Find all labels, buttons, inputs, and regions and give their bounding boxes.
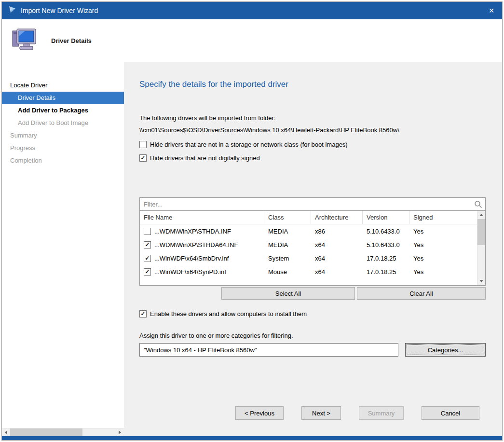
clear-all-button[interactable]: Clear All	[357, 287, 486, 300]
summary-button: Summary	[359, 406, 404, 420]
scroll-up-icon[interactable]	[477, 211, 485, 219]
architecture-cell: x64	[311, 241, 363, 249]
checkbox-box[interactable]	[139, 154, 147, 162]
scroll-right-icon[interactable]	[116, 428, 124, 436]
cancel-button[interactable]: Cancel	[422, 406, 479, 420]
signed-cell: Yes	[409, 241, 477, 249]
architecture-cell: x64	[311, 268, 363, 276]
scrollbar-track[interactable]	[477, 219, 485, 277]
class-cell: MEDIA	[264, 228, 311, 235]
sidebar-item-summary: Summary	[2, 129, 124, 142]
class-cell: Mouse	[264, 268, 311, 276]
signed-cell: Yes	[409, 255, 477, 262]
enable-drivers-checkbox[interactable]: Enable these drivers and allow computers…	[139, 310, 486, 318]
sidebar-item-completion: Completion	[2, 154, 124, 167]
close-icon[interactable]: ✕	[481, 2, 502, 19]
version-cell: 5.10.6433.0	[363, 228, 409, 235]
version-cell: 5.10.6433.0	[363, 241, 409, 249]
hide-unsigned-checkbox[interactable]: Hide drivers that are not digitally sign…	[139, 154, 486, 162]
sidebar-item-add-driver-to-boot-image: Add Driver to Boot Image	[2, 117, 124, 129]
scroll-down-icon[interactable]	[477, 277, 485, 285]
table-scrollbar[interactable]	[477, 211, 485, 285]
select-all-button[interactable]: Select All	[221, 287, 355, 300]
signed-cell: Yes	[409, 228, 477, 235]
filter-input[interactable]	[139, 197, 486, 211]
table-row[interactable]: ...WDM\WinXP\STHDA64.INF MEDIA x64 5.10.…	[140, 238, 477, 251]
categories-description: Assign this driver to one or more catego…	[139, 332, 486, 339]
table-row[interactable]: ...WinWDF\x64\SmbDrv.inf System x64 17.0…	[140, 251, 477, 265]
file-name-cell: ...WDM\WinXP\STHDA64.INF	[154, 241, 238, 249]
source-folder-path: \\cm01\Sources$\OSD\DriverSources\Window…	[139, 126, 486, 134]
file-name-cell: ...WDM\WinXP\STHDA.INF	[154, 228, 231, 235]
class-cell: MEDIA	[264, 241, 311, 249]
window-title: Import New Driver Wizard	[21, 7, 98, 14]
driver-list-header: File Name Class Architecture Version Sig…	[140, 211, 477, 224]
search-icon	[474, 200, 482, 210]
categories-button[interactable]: Categories...	[405, 343, 486, 357]
row-checkbox[interactable]	[144, 255, 151, 262]
sidebar-item-add-driver-to-packages[interactable]: Add Driver to Packages	[2, 104, 124, 117]
sidebar-item-driver-details[interactable]: Driver Details	[2, 92, 124, 104]
bottom-accent-bar	[2, 436, 502, 440]
version-cell: 17.0.18.25	[363, 268, 409, 276]
file-name-cell: ...WinWDF\x64\SmbDrv.inf	[154, 255, 229, 262]
next-button[interactable]: Next >	[301, 406, 341, 420]
scrollbar-thumb[interactable]	[477, 219, 485, 245]
checkbox-label: Enable these drivers and allow computers…	[150, 310, 307, 318]
table-row[interactable]: ...WDM\WinXP\STHDA.INF MEDIA x86 5.10.64…	[140, 224, 477, 238]
column-header-class[interactable]: Class	[264, 211, 311, 224]
version-cell: 17.0.18.25	[363, 255, 409, 262]
checkbox-label: Hide drivers that are not in a storage o…	[150, 141, 348, 148]
row-checkbox[interactable]	[144, 241, 151, 249]
column-header-architecture[interactable]: Architecture	[311, 211, 363, 224]
page-step-title: Driver Details	[51, 37, 92, 44]
class-cell: System	[264, 255, 311, 262]
column-header-version[interactable]: Version	[363, 211, 409, 224]
architecture-cell: x64	[311, 255, 363, 262]
scroll-left-icon[interactable]	[2, 428, 10, 436]
row-checkbox[interactable]	[144, 228, 151, 235]
scrollbar-thumb[interactable]	[10, 428, 82, 436]
filter-field	[139, 197, 486, 211]
wizard-header: Driver Details	[2, 19, 502, 62]
driver-list: File Name Class Architecture Version Sig…	[139, 210, 486, 286]
scrollbar-track[interactable]	[10, 428, 116, 436]
sidebar-horizontal-scrollbar[interactable]	[2, 428, 124, 436]
signed-cell: Yes	[409, 268, 477, 276]
column-header-signed[interactable]: Signed	[409, 211, 477, 224]
row-checkbox[interactable]	[144, 268, 151, 276]
column-header-file-name[interactable]: File Name	[140, 211, 264, 224]
sidebar-item-progress: Progress	[2, 142, 124, 154]
title-bar: Import New Driver Wizard ✕	[2, 2, 502, 19]
hide-storage-checkbox[interactable]: Hide drivers that are not in a storage o…	[139, 141, 486, 148]
wizard-footer: < Previous Next > Summary Cancel	[139, 406, 486, 420]
wizard-icon	[8, 5, 16, 16]
architecture-cell: x86	[311, 228, 363, 235]
main-panel: Specify the details for the imported dri…	[124, 62, 503, 436]
computer-icon	[11, 26, 38, 55]
page-title: Specify the details for the imported dri…	[139, 79, 486, 89]
checkbox-box[interactable]	[139, 141, 147, 148]
checkbox-box[interactable]	[139, 310, 147, 318]
wizard-steps-sidebar: Locate Driver Driver Details Add Driver …	[2, 62, 124, 436]
previous-button[interactable]: < Previous	[235, 406, 284, 420]
table-row[interactable]: ...WinWDF\x64\SynPD.inf Mouse x64 17.0.1…	[140, 265, 477, 278]
sidebar-item-locate-driver[interactable]: Locate Driver	[2, 79, 124, 92]
wizard-window: Import New Driver Wizard ✕ Driver Detail…	[1, 1, 503, 441]
file-name-cell: ...WinWDF\x64\SynPD.inf	[154, 268, 226, 276]
source-folder-label: The following drivers will be imported f…	[139, 114, 486, 122]
checkbox-label: Hide drivers that are not digitally sign…	[150, 154, 260, 162]
categories-value-field[interactable]	[139, 343, 398, 357]
